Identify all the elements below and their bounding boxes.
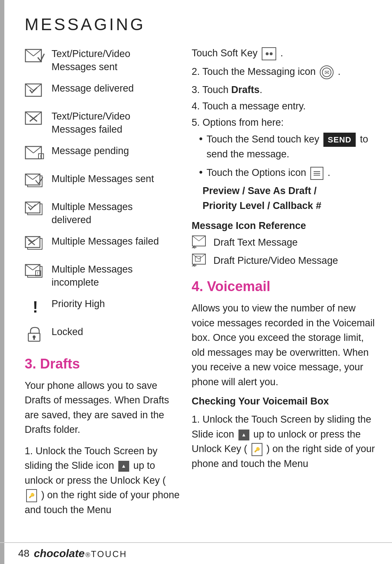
svg-line-4 (25, 84, 33, 90)
voicemail-body: Allows you to view the number of new voi… (192, 301, 377, 389)
send-button-label: SEND (323, 133, 356, 147)
list-item: Multiple Messages sent (25, 172, 181, 192)
svg-rect-39 (33, 337, 35, 340)
priority-high-icon: ! (25, 297, 45, 317)
list-item: Draft Picture/Video Message (192, 253, 377, 268)
list-item: ! Multiple Messagesincomplete (25, 263, 181, 289)
checking-voicemail-heading: Checking Your Voicemail Box (192, 396, 377, 407)
draft-text-msg-icon (192, 235, 208, 250)
list-item: 1. Unlock the Touch Screen by sliding th… (25, 444, 181, 517)
pending-icon: ! (25, 144, 45, 164)
list-item: Touch the Options icon . (199, 165, 377, 180)
footer-page-number: 48 (18, 548, 29, 559)
slide-icon-2 (238, 430, 249, 440)
options-icon-inline (310, 167, 323, 180)
delivered-icon (25, 82, 45, 102)
brand-name: chocolate (34, 547, 85, 560)
registered-symbol: ® (85, 551, 90, 559)
options-submenu: Preview / Save As Draft /Priority Level … (203, 184, 377, 213)
slide-icon (118, 461, 129, 472)
multi-sent-icon (25, 172, 45, 192)
locked-icon (25, 325, 45, 345)
failed-icon (25, 110, 45, 130)
drafts-steps: 1. Unlock the Touch Screen by sliding th… (25, 444, 181, 517)
footer: 48 chocolate ® TOUCH (0, 542, 392, 564)
list-item: Locked (25, 325, 181, 345)
list-item: Multiple Messages failed (25, 235, 181, 255)
page-title: MESSAGING (25, 15, 377, 34)
voicemail-heading: 4. Voicemail (192, 279, 377, 294)
intro-text: Touch Soft Key . (192, 47, 377, 60)
list-item: Draft Text Message (192, 235, 377, 250)
left-column: Text/Picture/VideoMessages sent Message … (25, 47, 181, 522)
step4-text: 4. Touch a message entry. (192, 101, 377, 112)
svg-text:!: ! (33, 298, 38, 315)
svg-line-48 (192, 254, 199, 259)
footer-brand: chocolate ® TOUCH (34, 547, 127, 560)
left-accent-bar (0, 0, 4, 564)
right-column: Touch Soft Key . 2. Touch the Messaging … (192, 47, 377, 522)
drafts-body: Your phone allows you to save Drafts of … (25, 378, 181, 437)
list-item: ! Priority High (25, 297, 181, 317)
icon-reference-list: Text/Picture/VideoMessages sent Message … (25, 47, 181, 345)
msg-ref-heading: Message Icon Reference (192, 220, 377, 231)
step3-text: 3. Touch Drafts. (192, 84, 377, 96)
softkey-icon (262, 47, 276, 60)
svg-line-13 (33, 146, 41, 153)
svg-line-44 (199, 236, 205, 241)
voicemail-step1: 1. Unlock the Touch Screen by sliding th… (192, 412, 377, 471)
brand-touch: TOUCH (91, 549, 127, 559)
multi-failed-icon (25, 235, 45, 255)
svg-line-1 (25, 49, 33, 56)
multi-incomplete-icon: ! (25, 263, 45, 283)
draft-picture-msg-icon (192, 253, 208, 268)
list-item: Message delivered (25, 82, 181, 102)
key-icon-2: 🔑 (252, 443, 262, 456)
key-icon: 🔑 (26, 489, 37, 502)
list-item: Touch the Send touch key SEND to send th… (199, 132, 377, 162)
step2-text: 2. Touch the Messaging icon ✉ . (192, 65, 377, 79)
list-item: Text/Picture/VideoMessages sent (25, 47, 181, 74)
svg-line-12 (25, 146, 33, 153)
step5-text: 5. Options from here: (192, 117, 377, 128)
messaging-icon-inline: ✉ (320, 65, 334, 79)
list-item: Multiple Messagesdelivered (25, 200, 181, 227)
svg-line-49 (199, 254, 205, 259)
drafts-heading: 3. Drafts (25, 356, 181, 372)
svg-text:✉: ✉ (324, 69, 329, 76)
svg-text:!: ! (40, 155, 41, 159)
svg-line-43 (192, 236, 199, 241)
svg-text:!: ! (37, 271, 38, 275)
multi-delivered-icon (25, 200, 45, 220)
list-item: ! Message pending (25, 144, 181, 164)
list-item: Text/Picture/VideoMessages failed (25, 110, 181, 136)
options-list: Touch the Send touch key SEND to send th… (192, 132, 377, 180)
svg-line-2 (33, 49, 41, 56)
msg-ref-list: Draft Text Message Draft Picture/Video M… (192, 235, 377, 268)
sent-icon (25, 47, 45, 67)
